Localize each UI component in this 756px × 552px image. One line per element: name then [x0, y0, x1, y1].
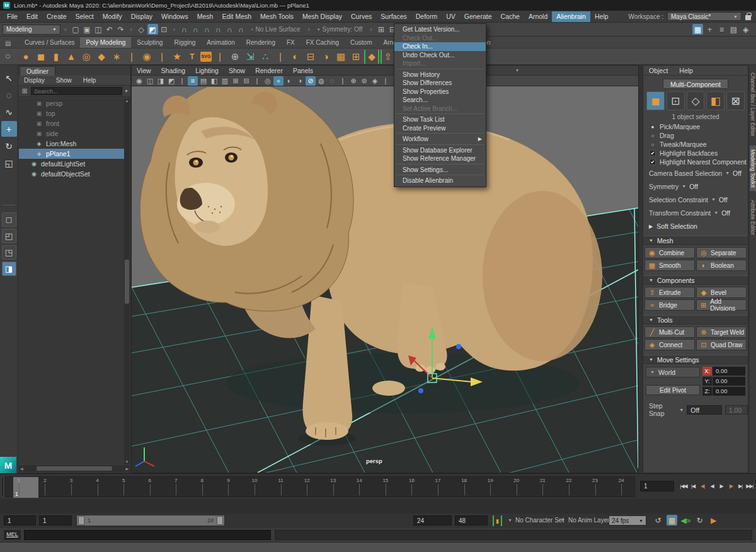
- viewport-icon[interactable]: ◈: [370, 76, 380, 86]
- shelf-icon[interactable]: ∴: [258, 50, 272, 64]
- edit-pivot-button[interactable]: Edit Pivot: [646, 385, 700, 395]
- menu-item[interactable]: Surfaces: [376, 11, 411, 22]
- sidebar-vertical-tab[interactable]: Attribute Editor: [750, 196, 756, 239]
- tools-section-header[interactable]: ▼Tools: [643, 315, 748, 325]
- menu-item[interactable]: Cache: [496, 11, 524, 22]
- alienbrain-menu-item[interactable]: Show Differences ▶: [394, 79, 486, 88]
- menu-item[interactable]: Curves: [346, 11, 376, 22]
- toolkit-button[interactable]: ≈Bridge: [644, 299, 695, 311]
- tool-icon[interactable]: +: [1, 121, 17, 137]
- shelf-icon[interactable]: |: [125, 50, 139, 64]
- viewport-icon[interactable]: ●: [273, 76, 284, 86]
- viewport-icon[interactable]: ⊘: [306, 76, 316, 86]
- axis-value-field[interactable]: 0.00: [713, 377, 745, 386]
- sidebar-vertical-tab[interactable]: Modeling Toolkit: [750, 146, 756, 192]
- playback-button[interactable]: |◀: [689, 480, 697, 492]
- outliner-search-input[interactable]: [31, 87, 122, 95]
- component-mode-icon[interactable]: ⊡: [667, 91, 685, 110]
- outliner-item[interactable]: ◉ defaultObjectSet: [19, 169, 130, 179]
- menu-item[interactable]: Edit Mesh: [217, 11, 256, 22]
- shelf-icon[interactable]: ∗: [110, 50, 123, 64]
- outliner-item[interactable]: ▣ persp: [19, 98, 130, 108]
- shelf-icon[interactable]: ◉: [140, 50, 154, 64]
- viewport-icon[interactable]: |: [381, 76, 391, 86]
- shelf-icon[interactable]: ◼: [34, 50, 48, 64]
- current-frame-field[interactable]: 1: [640, 481, 674, 492]
- toolkit-button[interactable]: ⇧Extrude: [644, 287, 695, 298]
- panel-menu-caret-icon[interactable]: ▾: [516, 67, 518, 73]
- outliner-vertical-scrollbar[interactable]: ▲▼: [124, 98, 130, 464]
- menu-item[interactable]: Windows: [157, 11, 193, 22]
- outliner-filter-icon[interactable]: ⊞: [20, 87, 29, 96]
- shelf-icon[interactable]: ▲: [64, 50, 78, 64]
- shelf-icon[interactable]: ⇲: [243, 50, 257, 64]
- menu-item[interactable]: UV: [442, 11, 460, 22]
- alienbrain-menu-item[interactable]: Disable Alienbrain ▶: [394, 176, 486, 185]
- shelf-icon[interactable]: ◐: [289, 50, 302, 64]
- menu-item[interactable]: Alienbrain: [552, 11, 590, 22]
- viewport-icon[interactable]: ◑: [295, 76, 305, 86]
- status-icon[interactable]: ↶: [104, 24, 115, 35]
- viewport-icon[interactable]: ◍: [316, 76, 326, 86]
- viewport-icon[interactable]: ◩: [166, 76, 176, 86]
- group-collapse-icon[interactable]: ›: [308, 26, 310, 33]
- alienbrain-menu-item[interactable]: Create Preview ▶: [394, 124, 486, 133]
- toolkit-button[interactable]: ⊡Quad Draw: [696, 339, 747, 350]
- group-collapse-icon[interactable]: ›: [173, 26, 175, 33]
- outliner-item[interactable]: ▣ front: [19, 118, 130, 129]
- components-section-header[interactable]: ▼Components: [643, 275, 748, 285]
- viewport-3d-scene[interactable]: [132, 87, 638, 473]
- animation-start-field[interactable]: 1: [4, 515, 36, 526]
- group-collapse-icon[interactable]: ›: [130, 26, 132, 33]
- playback-button[interactable]: ▶: [717, 480, 726, 492]
- menu-item[interactable]: Deform: [411, 11, 442, 22]
- menu-item[interactable]: Display: [127, 11, 157, 22]
- viewport-icon[interactable]: ◫: [145, 76, 155, 86]
- range-start-handle[interactable]: [78, 516, 84, 525]
- viewport-icon[interactable]: ⊚: [359, 76, 369, 86]
- checkbox-option[interactable]: ✔ Highlight Nearest Component: [643, 158, 748, 166]
- snap-icon[interactable]: ∩: [236, 24, 246, 35]
- tool-icon[interactable]: ↖: [1, 70, 17, 86]
- alienbrain-menu-item[interactable]: Workflow ▶: [394, 135, 486, 144]
- tool-icon[interactable]: ∿: [1, 104, 17, 120]
- shelf-icon[interactable]: T: [185, 50, 199, 64]
- alienbrain-menu-item[interactable]: Show Reference Manager ▶: [394, 154, 486, 163]
- component-mode-icon[interactable]: ⊠: [726, 91, 745, 110]
- shelf-tab[interactable]: FX: [281, 37, 301, 48]
- component-mode-icon[interactable]: ◇: [687, 91, 705, 110]
- shelf-icon[interactable]: ▮: [49, 50, 63, 64]
- outliner-item[interactable]: ◈ Lion:Mesh: [19, 139, 130, 149]
- radio-option[interactable]: ○ Tweak/Marquee: [643, 140, 748, 149]
- toolkit-button[interactable]: ◉Combine: [644, 247, 695, 258]
- playback-start-field[interactable]: 1: [39, 515, 72, 526]
- viewport-menu-item[interactable]: Renderer: [250, 67, 288, 74]
- menu-item[interactable]: Mesh Display: [298, 11, 346, 22]
- shelf-icon[interactable]: ◑: [319, 50, 333, 64]
- viewport-icon[interactable]: |: [338, 76, 348, 86]
- menu-item[interactable]: Help: [590, 11, 613, 22]
- command-input-field[interactable]: [24, 530, 271, 540]
- editor-icon[interactable]: ⊞: [376, 24, 387, 35]
- shelf-tab[interactable]: Curves / Surfaces: [19, 37, 80, 48]
- outliner-tab[interactable]: Outliner: [20, 66, 55, 76]
- shelf-menu-icon[interactable]: ▤: [5, 40, 11, 47]
- alienbrain-menu-item[interactable]: Undo Check Out... ▶: [394, 51, 486, 60]
- sidebar-toggle-icon[interactable]: ≡: [716, 24, 727, 35]
- playback-button[interactable]: |◀◀: [679, 480, 688, 492]
- shelf-tab[interactable]: Poly Modeling: [80, 37, 131, 48]
- range-end-handle[interactable]: [217, 516, 223, 525]
- move-settings-header[interactable]: ▼Move Settings: [643, 355, 748, 364]
- menu-item[interactable]: Edit: [22, 11, 42, 22]
- toolkit-button[interactable]: ◆Bevel: [696, 287, 747, 298]
- viewport-menu-item[interactable]: Panels: [288, 67, 318, 74]
- alienbrain-menu-item[interactable]: Show Database Explorer ▶: [394, 146, 486, 155]
- lock-workspace-icon[interactable]: [745, 15, 751, 20]
- step-snap-value-field[interactable]: 1.00: [725, 405, 748, 415]
- menu-item[interactable]: Mesh: [193, 11, 218, 22]
- status-icon[interactable]: ◫: [93, 24, 103, 35]
- time-slider-track[interactable]: 1 1 2 3: [5, 476, 635, 497]
- time-slider-left-handle[interactable]: [1, 476, 4, 497]
- viewport-icon[interactable]: ⊟: [241, 76, 251, 86]
- outliner-horizontal-scrollbar[interactable]: ◀▶: [19, 465, 130, 472]
